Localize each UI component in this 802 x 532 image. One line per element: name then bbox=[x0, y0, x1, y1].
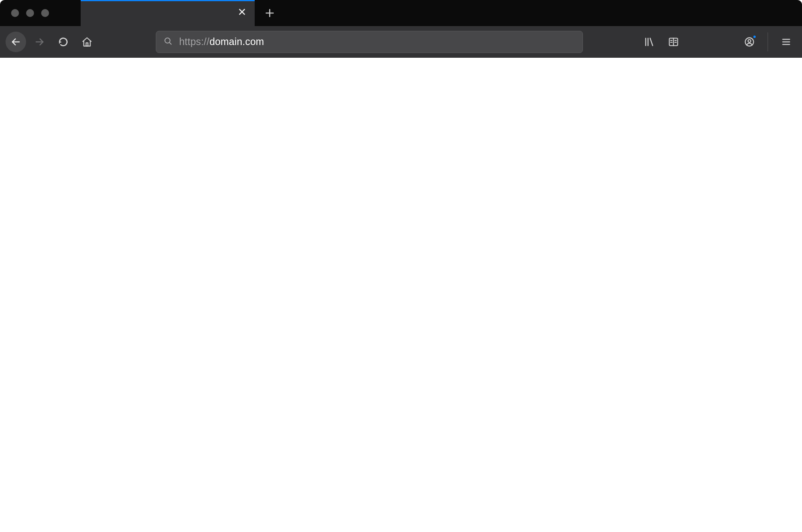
home-button[interactable] bbox=[77, 32, 97, 52]
new-tab-button[interactable] bbox=[260, 4, 279, 23]
notification-dot bbox=[753, 35, 757, 39]
search-icon bbox=[163, 36, 173, 47]
reload-button[interactable] bbox=[53, 32, 74, 52]
library-button[interactable] bbox=[639, 32, 659, 52]
app-menu-button[interactable] bbox=[776, 32, 796, 52]
home-icon bbox=[81, 36, 93, 47]
tab-active[interactable] bbox=[81, 0, 255, 26]
svg-line-8 bbox=[169, 42, 171, 44]
reader-view-icon bbox=[668, 36, 679, 47]
close-icon bbox=[238, 8, 246, 16]
svg-rect-6 bbox=[86, 43, 88, 46]
toolbar-right-icons bbox=[639, 32, 796, 52]
tab-close-button[interactable] bbox=[236, 6, 248, 20]
browser-window: https://domain.com bbox=[0, 0, 802, 532]
plus-icon bbox=[265, 8, 274, 18]
window-close-button[interactable] bbox=[11, 9, 19, 17]
window-minimize-button[interactable] bbox=[26, 9, 34, 17]
tab-loading-indicator bbox=[81, 0, 255, 1]
address-bar[interactable]: https://domain.com bbox=[156, 31, 583, 53]
window-maximize-button[interactable] bbox=[41, 9, 49, 17]
tab-strip bbox=[0, 0, 802, 26]
url-protocol: https:// bbox=[179, 36, 210, 47]
svg-line-11 bbox=[650, 38, 653, 45]
profile-button[interactable] bbox=[739, 32, 760, 52]
window-controls bbox=[0, 0, 49, 26]
reload-icon bbox=[58, 37, 68, 47]
url-host: domain.com bbox=[210, 36, 264, 47]
back-button[interactable] bbox=[6, 32, 26, 52]
sidebar-button[interactable] bbox=[663, 32, 684, 52]
hamburger-menu-icon bbox=[781, 37, 791, 47]
back-icon bbox=[11, 37, 21, 47]
toolbar-separator bbox=[768, 32, 768, 51]
navigation-toolbar: https://domain.com bbox=[0, 26, 802, 58]
page-content bbox=[0, 58, 802, 532]
svg-point-19 bbox=[748, 40, 751, 42]
url-text: https://domain.com bbox=[179, 36, 575, 47]
forward-icon bbox=[34, 37, 45, 47]
library-icon bbox=[643, 36, 654, 47]
forward-button[interactable] bbox=[29, 32, 50, 52]
